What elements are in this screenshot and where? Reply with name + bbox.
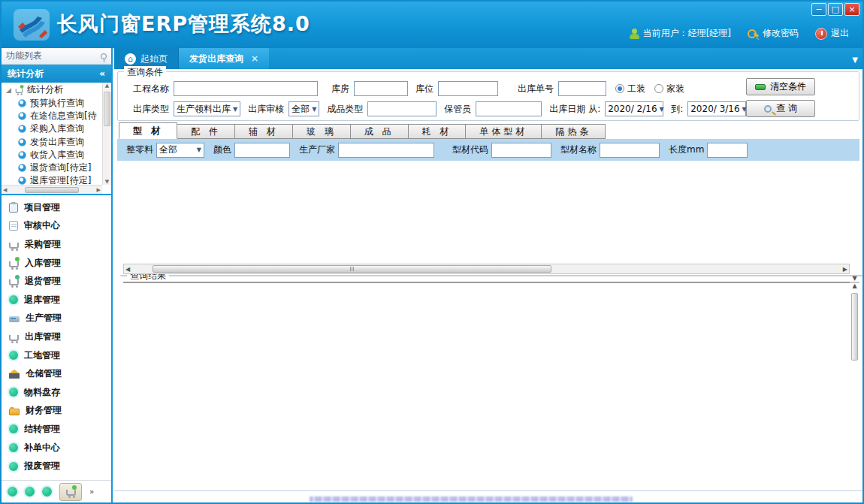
column-header[interactable]: 颜色: [452, 282, 485, 283]
quick-dot-icon[interactable]: [25, 487, 35, 496]
audit-select[interactable]: 全部▼: [289, 101, 319, 116]
tree-item[interactable]: 退货查询[待定]: [2, 161, 111, 174]
column-header[interactable]: 金: [840, 282, 850, 283]
results-table: 出库类型出库单号出库日期工程保管员库房库位整零料颜色材质表面处理膜厚生产厂家型材…: [124, 282, 850, 283]
sidebar-item-dot[interactable]: 补单中心: [2, 439, 111, 457]
change-password-button[interactable]: 修改密码: [748, 27, 799, 40]
sidebar-item-cart[interactable]: 采购管理: [2, 235, 111, 254]
tree-item[interactable]: 发货出库查询: [2, 136, 111, 149]
material-tab[interactable]: 成 品: [351, 124, 409, 139]
logout-button[interactable]: 退出: [815, 27, 849, 40]
column-header[interactable]: 单价: [804, 282, 840, 283]
sidebar-item-folder[interactable]: 财务管理: [2, 402, 111, 421]
audit-label: 出库审核: [248, 103, 284, 116]
whole-piece-select[interactable]: 全部▼: [156, 143, 204, 158]
keeper-input[interactable]: [476, 101, 542, 116]
sidebar-item-production[interactable]: 生产管理: [2, 309, 111, 328]
dot-icon: [9, 388, 18, 397]
tree-item[interactable]: 预算执行查询: [2, 97, 111, 110]
column-header[interactable]: 出库长度: [768, 282, 804, 283]
sidebar-item-dot[interactable]: 报废管理: [2, 457, 111, 475]
material-tab[interactable]: 单体型材: [466, 124, 542, 139]
sidebar-item-note[interactable]: 审核中心: [2, 217, 111, 236]
color-input[interactable]: [234, 143, 290, 158]
radio-gongzhuang[interactable]: [615, 84, 624, 93]
date-label: 出库日期 从:: [549, 103, 600, 116]
sidebar: 功能列表 统计分析 « ◢ 统计分析 预算执行查询在途信息查询[待采购入库查询发…: [2, 48, 113, 502]
sidebar-item-cart-out[interactable]: 出库管理: [2, 327, 111, 346]
pin-icon[interactable]: [101, 53, 107, 59]
tree-dot-icon: [18, 138, 26, 146]
close-button[interactable]: ×: [844, 3, 859, 16]
maker-input[interactable]: [338, 143, 434, 158]
table-hscrollbar[interactable]: ◀ ▶: [123, 264, 850, 274]
tree-item[interactable]: 收货入库查询: [2, 149, 111, 161]
column-header[interactable]: 数量: [733, 282, 768, 283]
column-header[interactable]: 保管员: [315, 282, 352, 283]
material-tab[interactable]: 耗 材: [409, 124, 467, 139]
tree-item[interactable]: 采购入库查询: [2, 122, 111, 135]
column-header[interactable]: 出库日期: [216, 282, 262, 283]
column-header[interactable]: 库位: [382, 282, 417, 283]
column-header[interactable]: 膜厚: [553, 282, 583, 283]
stats-section-header[interactable]: 统计分析 «: [2, 65, 111, 83]
sidebar-item-cart-return[interactable]: 退货管理: [2, 272, 111, 291]
table-vscrollbar[interactable]: ▲▼: [850, 282, 859, 283]
material-tab[interactable]: 玻 璃: [293, 124, 351, 139]
app-logo-icon: [12, 8, 51, 42]
quick-dot-icon[interactable]: [42, 487, 52, 496]
date-to-picker[interactable]: 2020/ 3/16▼: [687, 101, 746, 116]
material-tab[interactable]: 辅 材: [235, 124, 293, 139]
tree-root-node[interactable]: ◢ 统计分析: [2, 83, 111, 97]
project-name-input[interactable]: [174, 81, 318, 96]
column-header[interactable]: 表面处理: [517, 282, 553, 283]
warehouse-icon: [9, 373, 20, 379]
user-icon: [629, 29, 639, 39]
tab-close-icon[interactable]: ×: [251, 53, 258, 64]
tree-hscrollbar[interactable]: ◀▶: [2, 185, 102, 194]
tree-item[interactable]: 在途信息查询[待: [2, 110, 111, 122]
sidebar-item-clipboard[interactable]: 项目管理: [2, 198, 111, 217]
maximize-button[interactable]: □: [828, 3, 843, 16]
column-header[interactable]: 出库类型: [124, 282, 178, 283]
tab-shipment-query[interactable]: 发货出库查询 ×: [179, 48, 269, 69]
material-tab[interactable]: 型 材: [119, 122, 177, 139]
column-header[interactable]: 工程: [262, 282, 315, 283]
minimize-button[interactable]: −: [811, 3, 826, 16]
collapse-icon[interactable]: «: [99, 68, 105, 79]
column-header[interactable]: 型材代码: [621, 282, 663, 283]
sidebar-item-warehouse[interactable]: 仓储管理: [2, 364, 111, 383]
column-header[interactable]: 材质: [485, 282, 517, 283]
column-header[interactable]: 出库单号: [178, 282, 216, 283]
material-tab[interactable]: 配 件: [177, 124, 235, 139]
profile-name-input[interactable]: [600, 143, 660, 158]
column-header[interactable]: 生产厂家: [583, 282, 621, 283]
column-header[interactable]: 整零料: [418, 282, 452, 283]
search-button[interactable]: 查 询: [746, 100, 815, 117]
quick-dot-icon[interactable]: [8, 487, 17, 496]
sidebar-item-dot[interactable]: 退库管理: [2, 291, 111, 309]
warehouse-input[interactable]: [354, 81, 408, 96]
clear-conditions-button[interactable]: 清空条件: [746, 78, 815, 95]
location-input[interactable]: [438, 81, 498, 96]
product-type-input[interactable]: [367, 101, 437, 116]
order-no-input[interactable]: [558, 81, 606, 96]
column-header[interactable]: 型材名称: [663, 282, 702, 283]
material-tab[interactable]: 隔热条: [542, 124, 606, 139]
date-from-picker[interactable]: 2020/ 2/16▼: [605, 101, 663, 116]
tree-vscrollbar[interactable]: ▲▼: [102, 83, 111, 185]
radio-jiazhuang[interactable]: [654, 84, 663, 93]
profile-code-input[interactable]: [491, 143, 551, 158]
column-header[interactable]: 长度: [702, 282, 733, 283]
sidebar-item-dot[interactable]: 结转管理: [2, 420, 111, 439]
outbound-type-select[interactable]: 生产领料出库▼: [174, 101, 240, 116]
sidebar-expander[interactable]: »: [89, 489, 94, 495]
column-header[interactable]: 库房: [352, 282, 382, 283]
length-input[interactable]: [707, 143, 748, 158]
tab-overflow-icon[interactable]: ▼: [852, 56, 858, 64]
sidebar-item-cart-in[interactable]: 入库管理: [2, 254, 111, 273]
stats-quick-button[interactable]: [59, 483, 82, 501]
sidebar-item-dot[interactable]: 工地管理: [2, 346, 111, 365]
expand-arrow-icon[interactable]: ◢: [6, 86, 11, 94]
sidebar-item-dot[interactable]: 物料盘存: [2, 383, 111, 402]
